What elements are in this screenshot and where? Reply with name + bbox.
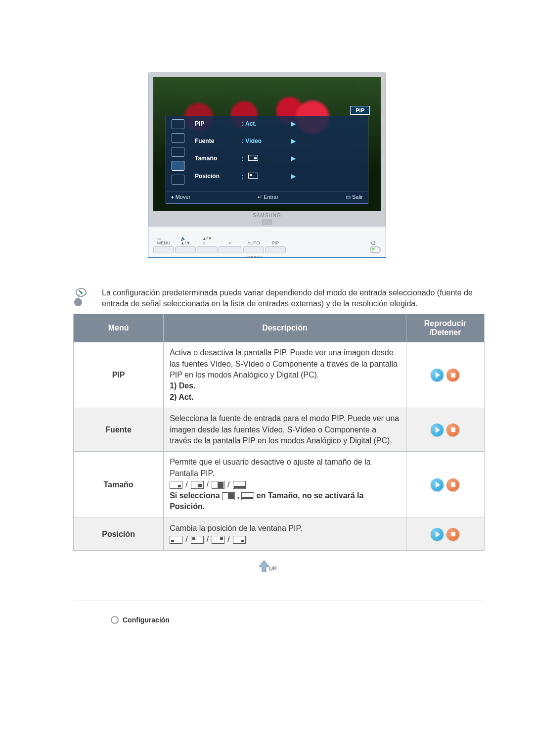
osd-icon-pip	[172, 161, 184, 171]
row-posicion-desc: Cambia la posición de la ventana PIP. / …	[164, 518, 406, 550]
table-row: Tamaño Permite que el usuario desactive …	[74, 452, 485, 518]
osd-row-tamano-value: :	[242, 155, 291, 170]
osd-row-pip-value: : Act.	[242, 120, 291, 135]
note-text: La configuración predeterminada puede va…	[102, 287, 480, 309]
bezel-vol-label: 🔈▲/▼	[180, 236, 190, 245]
row-tamano-menu: Tamaño	[74, 452, 164, 518]
bezel-menu-button[interactable]	[153, 246, 174, 253]
section-title: Configuración	[123, 616, 170, 624]
bezel-auto-label: AUTO	[248, 236, 260, 245]
bezel-power-button[interactable]	[370, 246, 381, 253]
bezel-auto-button[interactable]	[243, 246, 264, 253]
osd-icon-picture	[172, 119, 184, 129]
table-row: PIP Activa o desactiva la pantalla PIP. …	[74, 342, 485, 408]
table-row: Fuente Selecciona la fuente de entrada p…	[74, 408, 485, 452]
th-desc: Descripción	[164, 314, 406, 342]
bezel-pip-button[interactable]	[265, 246, 286, 253]
scroll-up-button[interactable]: UP	[256, 558, 278, 576]
note-icon	[69, 287, 87, 307]
osd-row-tamano-arrow: ▶	[291, 155, 301, 170]
osd-icon-bright	[172, 147, 184, 157]
osd-side-icons	[166, 116, 190, 191]
bezel-bright-label: ▲/▼☼	[202, 236, 212, 245]
osd-icon-color	[172, 133, 184, 143]
position-pictograms: / / /	[170, 534, 245, 545]
osd-icon-setup	[172, 175, 184, 185]
osd-panel: PIP : Act. ▶ Fuente : Vídeo ▶ Tamaño : ▶…	[166, 116, 368, 204]
osd-footer-entrar: ↵ Entrar	[258, 194, 278, 200]
bullet-icon	[111, 616, 119, 624]
osd-row-fuente-value: : Vídeo	[242, 138, 291, 152]
stop-icon[interactable]	[446, 478, 459, 491]
bezel-enter-label: ↵	[228, 236, 232, 245]
bezel-vol-button[interactable]	[175, 246, 196, 253]
osd-row-pip-label: PIP	[195, 120, 242, 135]
stop-icon[interactable]	[446, 424, 459, 436]
size-pictograms: / / /	[170, 479, 245, 490]
monitor-screenshot: PIP PIP : Act. ▶	[148, 72, 386, 258]
pip-menu-table: Menú Descripción Reproducir /Detener PIP…	[73, 314, 485, 551]
brand-label: SAMSUNG	[153, 213, 381, 218]
play-icon[interactable]	[431, 369, 444, 381]
osd-row-fuente-label: Fuente	[195, 138, 242, 152]
bezel-enter-button[interactable]	[219, 246, 242, 253]
th-media: Reproducir /Detener	[406, 314, 484, 342]
osd-row-pip-arrow: ▶	[291, 120, 301, 135]
bezel-menu-label: ▭MENU	[157, 236, 171, 245]
row-pip-menu: PIP	[74, 342, 164, 408]
row-fuente-desc: Selecciona la fuente de entrada para el …	[164, 408, 406, 452]
osd-row-fuente-arrow: ▶	[291, 138, 301, 152]
bezel-pip-label: PIP	[272, 236, 279, 245]
bezel-power-label: ⏻	[371, 236, 375, 245]
svg-rect-1	[76, 298, 80, 301]
bezel-bright-button[interactable]	[197, 246, 218, 253]
row-tamano-desc: Permite que el usuario desactive o ajust…	[164, 452, 406, 518]
osd-footer-salir: ▭ Salir	[346, 194, 363, 200]
osd-row-posicion-label: Posición	[195, 173, 242, 188]
row-fuente-menu: Fuente	[74, 408, 164, 452]
play-icon[interactable]	[431, 424, 444, 436]
divider	[73, 601, 485, 601]
play-icon[interactable]	[431, 478, 444, 491]
row-posicion-menu: Posición	[74, 518, 164, 550]
osd-footer-mover: ♦ Mover	[171, 194, 190, 200]
bezel-buttons: ▭MENU 🔈▲/▼ ▲/▼☼ ↵ SOURCE AUTO PIP	[148, 226, 386, 257]
table-row: Posición Cambia la posición de la ventan…	[74, 518, 485, 550]
osd-row-tamano-label: Tamaño	[195, 155, 242, 170]
row-pip-desc: Activa o desactiva la pantalla PIP. Pued…	[164, 342, 406, 408]
pip-badge: PIP	[350, 106, 370, 115]
bezel-source-sublabel: SOURCE	[246, 255, 263, 259]
osd-row-posicion-value: :	[242, 173, 291, 188]
stop-icon[interactable]	[446, 369, 459, 381]
section-header: Configuración	[111, 616, 534, 624]
monitor-stand	[262, 219, 272, 225]
osd-row-posicion-arrow: ▶	[291, 173, 301, 188]
th-menu: Menú	[74, 314, 164, 342]
stop-icon[interactable]	[446, 528, 459, 541]
svg-text:UP: UP	[269, 566, 276, 571]
monitor-frame: PIP PIP : Act. ▶	[148, 72, 386, 226]
monitor-screen: PIP PIP : Act. ▶	[153, 77, 381, 211]
play-icon[interactable]	[431, 528, 444, 541]
